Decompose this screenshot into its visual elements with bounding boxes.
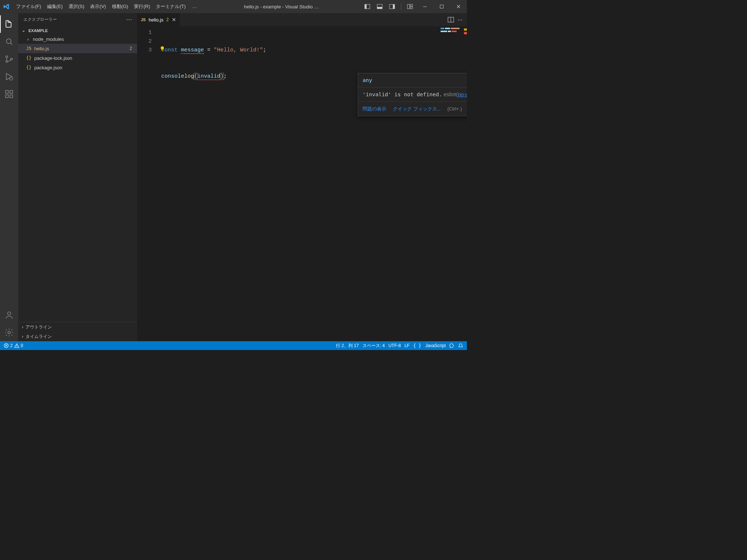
folder-root-label: EXAMPLE [28,28,48,33]
menu-overflow[interactable]: … [189,0,201,13]
hover-rule-link[interactable]: no-undef [458,92,467,97]
status-problems[interactable]: 2 0 [4,343,23,348]
window-controls [417,0,467,13]
tree-item-label: hello.js [34,46,127,51]
line-number-gutter: 1 2 3 [137,28,157,55]
timeline-section[interactable]: › タイムライン [18,332,137,341]
overview-ruler-warning-marker[interactable] [464,28,467,31]
view-problem-link[interactable]: 問題の表示 [363,106,386,112]
chevron-down-icon: ⌄ [22,28,27,33]
source-control-activity-icon[interactable] [0,50,18,68]
svg-rect-1 [365,4,367,9]
svg-rect-16 [5,90,8,93]
menu-terminal[interactable]: ターミナル(T) [153,0,189,13]
accounts-activity-icon[interactable] [0,306,18,324]
maximize-button[interactable] [433,0,450,13]
chevron-right-icon: › [22,324,23,330]
svg-point-13 [6,61,8,62]
tree-item-node-modules[interactable]: › node_modules [18,34,137,44]
menu-run[interactable]: 実行(R) [131,0,153,13]
toggle-secondary-sidebar-icon[interactable] [387,1,397,12]
menu-edit[interactable]: 編集(E) [44,0,66,13]
close-button[interactable] [450,0,467,13]
chevron-right-icon: › [22,334,23,339]
tree-item-package-json[interactable]: {} package.json [18,63,137,72]
status-cursor-position[interactable]: 行 2、列 17 [336,343,359,349]
menu-selection[interactable]: 選択(S) [66,0,87,13]
json-file-icon: {} [26,65,32,70]
timeline-label: タイムライン [26,334,52,340]
svg-rect-8 [410,7,413,9]
code-line-1[interactable]: const message = "Hello, World!"; [161,46,460,55]
svg-rect-5 [393,4,395,9]
search-activity-icon[interactable] [0,33,18,50]
json-file-icon: {} [26,55,32,61]
hover-type: any [363,77,372,83]
status-encoding[interactable]: UTF-8 [388,343,401,348]
warning-count: 0 [21,343,23,348]
explorer-sidebar: エクスプローラー ⋯ ⌄ EXAMPLE › node_modules JS h… [18,13,137,341]
quick-fix-link[interactable]: クイック フィックス... [393,106,441,112]
minimap[interactable] [441,28,466,42]
settings-activity-icon[interactable] [0,324,18,341]
outline-section[interactable]: › アウトライン [18,322,137,332]
svg-point-12 [6,56,8,58]
extensions-activity-icon[interactable] [0,85,18,103]
code-editor[interactable]: 1 2 3 const message = "Hello, World!"; c… [137,26,467,341]
overview-ruler-error-marker[interactable] [464,32,467,34]
explorer-activity-icon[interactable] [0,15,18,33]
svg-point-11 [6,39,11,43]
toggle-panel-icon[interactable] [375,1,385,12]
svg-rect-6 [407,4,410,9]
status-bar: 2 0 行 2、列 17 スペース: 4 UTF-8 LF { } JavaSc… [0,341,467,350]
javascript-file-icon: JS [26,46,32,51]
tree-item-label: node_modules [33,36,137,42]
explorer-root[interactable]: ⌄ EXAMPLE [18,27,137,34]
menu-bar: ファイル(F) 編集(E) 選択(S) 表示(V) 移動(G) 実行(R) ター… [13,0,201,13]
menu-file[interactable]: ファイル(F) [13,0,44,13]
svg-rect-19 [10,90,13,93]
menu-view[interactable]: 表示(V) [87,0,109,13]
sidebar-overflow-icon[interactable]: ⋯ [126,16,132,23]
outline-label: アウトライン [26,324,52,330]
tree-item-label: package.json [34,65,137,70]
window-title: hello.js - example - Visual Studio … [201,4,362,9]
svg-rect-7 [410,4,413,6]
minimize-button[interactable] [417,0,433,13]
lightbulb-icon[interactable] [160,46,165,51]
tree-item-package-lock[interactable]: {} package-lock.json [18,53,137,63]
editor-group: JS hello.js 2 ✕ ⋯ 1 2 3 const message = … [137,13,467,341]
line-number: 2 [137,37,152,46]
layout-controls [362,1,417,12]
warning-icon [14,343,19,348]
close-tab-icon[interactable]: ✕ [172,17,176,23]
hover-source: eslint [444,92,456,97]
editor-overflow-icon[interactable]: ⋯ [458,17,462,23]
toggle-primary-sidebar-icon[interactable] [362,1,372,12]
title-bar: ファイル(F) 編集(E) 選択(S) 表示(V) 移動(G) 実行(R) ター… [0,0,467,13]
tab-label: hello.js [148,17,163,23]
status-language[interactable]: { } JavaScript [413,343,446,348]
tree-item-hello-js[interactable]: JS hello.js 2 [18,44,137,53]
error-icon [4,343,9,348]
svg-point-20 [8,312,11,315]
javascript-file-icon: JS [141,18,146,22]
split-editor-icon[interactable] [448,16,454,23]
svg-rect-9 [423,7,427,7]
status-notifications-icon[interactable] [458,343,463,348]
status-indentation[interactable]: スペース: 4 [363,343,385,349]
status-feedback-icon[interactable] [449,343,454,348]
hover-tooltip: any 'invalid' is not defined. eslint(no-… [358,73,467,116]
tab-problems-badge: 2 [166,17,169,22]
menu-go[interactable]: 移動(G) [109,0,131,13]
run-debug-activity-icon[interactable] [0,68,18,85]
line-number: 3 [137,46,152,55]
status-eol[interactable]: LF [405,343,410,348]
problems-count-badge: 2 [129,46,137,51]
svg-point-15 [9,77,13,80]
customize-layout-icon[interactable] [405,1,415,12]
chevron-right-icon: › [26,36,31,42]
editor-tab-hello-js[interactable]: JS hello.js 2 ✕ [137,13,180,26]
hover-message: 'invalid' is not defined. [363,92,442,97]
line-number: 1 [137,28,152,37]
